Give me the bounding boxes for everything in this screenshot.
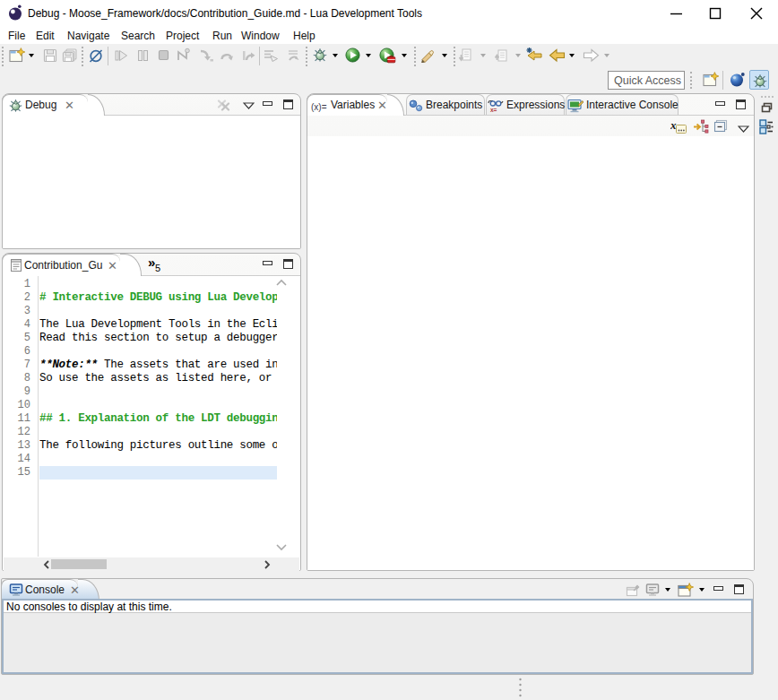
svg-text:x=: x= — [490, 107, 497, 113]
svg-text:x: x — [670, 119, 677, 132]
